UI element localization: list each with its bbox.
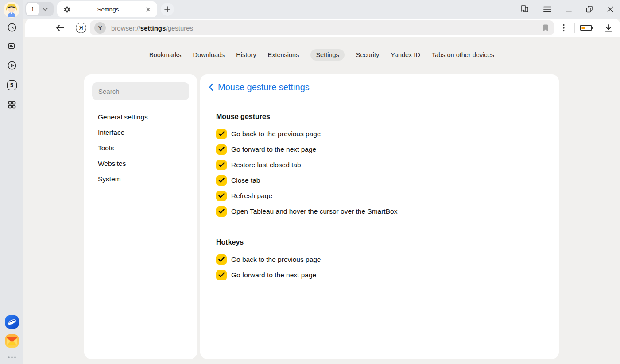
address-bar[interactable]: Y browser://settings/gestures — [90, 20, 554, 35]
settings-page: Bookmarks Downloads History Extensions S… — [23, 37, 620, 364]
maximize-button[interactable] — [585, 5, 593, 13]
yandex-home-button[interactable]: Я — [76, 19, 86, 37]
checkbox-checked[interactable] — [216, 254, 227, 265]
sidebar-item-general-settings[interactable]: General settings — [84, 109, 197, 125]
close-window-button[interactable] — [607, 6, 614, 13]
nav-tab-downloads[interactable]: Downloads — [193, 49, 225, 61]
gesture-row[interactable]: Close tab — [216, 172, 559, 188]
sidebar-item-system[interactable]: System — [84, 171, 197, 187]
downloads-button[interactable] — [604, 19, 613, 37]
url-text: browser://settings/gestures — [111, 24, 193, 32]
chevron-down-icon — [43, 8, 48, 11]
active-tab[interactable]: Settings — [57, 1, 157, 17]
section-heading-hotkeys: Hotkeys — [216, 238, 559, 247]
bookmarks-panel-button[interactable] — [520, 4, 530, 14]
section-heading-mouse-gestures: Mouse gestures — [216, 112, 559, 122]
tab-strip: 1 Settings — [23, 0, 620, 19]
history-icon[interactable] — [6, 22, 18, 33]
nav-tab-history[interactable]: History — [236, 49, 256, 61]
checkbox-checked[interactable] — [216, 175, 227, 186]
profile-avatar[interactable] — [4, 2, 19, 18]
browser-app-icon[interactable] — [5, 315, 19, 329]
nav-tab-security[interactable]: Security — [356, 49, 379, 61]
checkbox-checked[interactable] — [216, 160, 227, 170]
gesture-settings-body: Mouse gestures Go back to the previous p… — [200, 112, 559, 283]
feed-icon[interactable] — [6, 41, 18, 52]
plus-icon — [164, 6, 171, 13]
site-badge-icon: Y — [94, 22, 106, 34]
download-icon — [604, 24, 612, 32]
mail-app-icon[interactable] — [5, 334, 19, 348]
toolbar-divider — [574, 23, 575, 33]
nav-tab-other-devices[interactable]: Tabs on other devices — [432, 49, 494, 61]
search-input[interactable] — [92, 82, 189, 100]
back-button[interactable] — [54, 19, 66, 37]
nav-tab-yandex-id[interactable]: Yandex ID — [391, 49, 420, 61]
hotkey-row[interactable]: Go back to the previous page — [216, 252, 559, 267]
gesture-row[interactable]: Refresh page — [216, 188, 559, 203]
page-header: Mouse gesture settings — [200, 74, 559, 100]
nav-tab-settings[interactable]: Settings — [310, 49, 344, 61]
kebab-icon — [563, 24, 565, 32]
tab-count-badge: 1 — [26, 3, 39, 15]
window-controls — [520, 0, 614, 19]
settings-nav: Bookmarks Downloads History Extensions S… — [23, 49, 620, 61]
battery-icon — [580, 24, 594, 32]
checkbox-checked[interactable] — [216, 129, 227, 139]
rail-more-icon[interactable] — [6, 352, 18, 363]
checkbox-checked[interactable] — [216, 270, 227, 280]
settings-gear-icon — [63, 6, 71, 13]
hotkeys-list: Go back to the previous page Go forward … — [216, 252, 559, 283]
page-title[interactable]: Mouse gesture settings — [218, 82, 310, 92]
add-panel-icon[interactable] — [6, 297, 18, 309]
nav-tab-bookmarks[interactable]: Bookmarks — [149, 49, 182, 61]
tab-stack-count: 5 — [7, 80, 17, 90]
arrow-left-icon — [55, 24, 65, 32]
checkbox-checked[interactable] — [216, 144, 227, 155]
bookmark-icon[interactable] — [542, 24, 549, 34]
video-play-icon[interactable] — [6, 60, 18, 71]
url-host: settings — [140, 24, 166, 32]
new-tab-button[interactable] — [161, 3, 174, 16]
battery-saver-button[interactable] — [579, 19, 594, 37]
more-options-button[interactable] — [559, 19, 568, 37]
mouse-gestures-list: Go back to the previous page Go forward … — [216, 126, 559, 219]
menu-button[interactable] — [543, 6, 552, 13]
tab-group-control[interactable]: 1 — [25, 2, 54, 16]
url-prefix: browser:// — [111, 24, 140, 32]
gesture-row[interactable]: Go back to the previous page — [216, 126, 559, 142]
nav-tab-extensions[interactable]: Extensions — [267, 49, 299, 61]
apps-grid-icon[interactable] — [6, 99, 18, 111]
hotkey-row[interactable]: Go forward to the next page — [216, 267, 559, 283]
tab-stack-icon[interactable]: 5 — [6, 80, 18, 91]
side-rail: 5 — [0, 0, 23, 364]
browser-toolbar: Я Y browser://settings/gestures — [25, 19, 620, 37]
gesture-row[interactable]: Go forward to the next page — [216, 142, 559, 157]
url-path: /gestures — [166, 24, 193, 32]
gesture-row[interactable]: Open Tableau and hover the cursor over t… — [216, 203, 559, 219]
gesture-row[interactable]: Restore last closed tab — [216, 157, 559, 172]
gesture-settings-card: Mouse gesture settings Mouse gestures Go… — [200, 74, 559, 359]
tab-close-icon[interactable] — [145, 7, 151, 12]
back-chevron-icon[interactable] — [209, 83, 213, 91]
tab-title: Settings — [71, 6, 145, 13]
settings-sidebar-card: General settings Interface Tools Website… — [84, 74, 197, 359]
yandex-ya-icon: Я — [76, 23, 86, 33]
checkbox-checked[interactable] — [216, 191, 227, 201]
checkbox-checked[interactable] — [216, 206, 227, 217]
settings-section-list: General settings Interface Tools Website… — [84, 109, 197, 187]
minimize-button[interactable] — [565, 6, 572, 13]
sidebar-item-interface[interactable]: Interface — [84, 125, 197, 140]
sidebar-item-tools[interactable]: Tools — [84, 140, 197, 156]
sidebar-item-websites[interactable]: Websites — [84, 156, 197, 171]
